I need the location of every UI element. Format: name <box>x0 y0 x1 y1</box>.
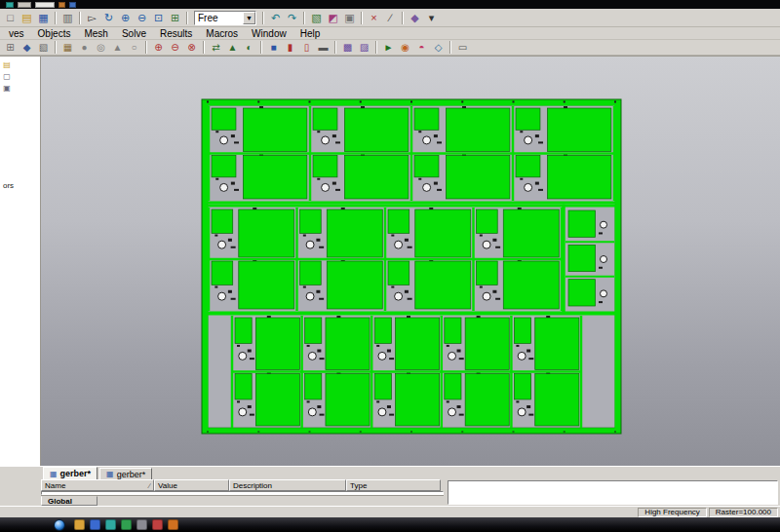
menu-item-solve[interactable]: Solve <box>115 27 153 40</box>
macro-icon[interactable]: ◆ <box>407 11 423 25</box>
document-tabs: ▦gerber*▦gerber* <box>0 466 780 479</box>
menu-item-ves[interactable]: ves <box>2 27 31 40</box>
color-palette-icon[interactable]: ◩ <box>325 11 341 25</box>
start-button[interactable] <box>54 519 65 531</box>
column-label: Description <box>233 481 272 490</box>
status-bar: High Frequency Raster=100.000 <box>0 506 780 517</box>
taskbar-app-blue-icon[interactable] <box>90 519 100 530</box>
workplane-icon[interactable]: ⊞ <box>2 41 19 55</box>
print-icon[interactable]: ▥ <box>59 11 76 25</box>
toolbar-separator <box>55 12 57 24</box>
menu-item-mesh[interactable]: Mesh <box>77 27 114 40</box>
boolean-subtract-icon[interactable]: ⊖ <box>167 41 183 55</box>
tree-item-label-fragment[interactable]: ors <box>1 181 39 190</box>
probe-icon[interactable]: ◇ <box>430 41 447 55</box>
menu-item-objects[interactable]: Objects <box>31 27 78 40</box>
toolbar-separator <box>449 41 451 54</box>
column-header-type[interactable]: Type <box>346 479 441 491</box>
tray-icon-orange[interactable] <box>58 2 65 8</box>
parameter-list-panel: Name∕ValueDescriptionType Global <box>41 479 444 506</box>
transform-icon[interactable]: ⇄ <box>208 41 224 55</box>
torus-icon[interactable]: ○ <box>126 41 142 55</box>
lumped-element-icon[interactable]: ▬ <box>315 41 332 55</box>
sphere-icon[interactable]: ● <box>76 41 93 55</box>
taskbar-explorer-icon[interactable] <box>74 519 85 530</box>
plot-properties-icon[interactable]: ▧ <box>308 11 325 25</box>
menu-item-macros[interactable]: Macros <box>199 27 245 40</box>
taskbar-icons <box>74 519 178 530</box>
discrete-port-icon[interactable]: ▯ <box>298 41 315 55</box>
toolbar-separator <box>186 12 188 24</box>
delete-icon[interactable]: × <box>366 11 382 25</box>
taskbar-app-orange-icon[interactable] <box>168 519 178 530</box>
blend-icon[interactable]: ◐ <box>241 41 257 55</box>
save-icon[interactable]: ▦ <box>35 11 52 25</box>
toolbar-separator <box>260 41 262 54</box>
document-tab-1[interactable]: ▦gerber* <box>43 467 98 479</box>
boolean-add-icon[interactable]: ⊕ <box>150 41 167 55</box>
brick-icon[interactable]: ▦ <box>59 41 76 55</box>
mesh-properties-icon[interactable]: ▨ <box>356 41 372 55</box>
status-raster: Raster=100.000 <box>709 508 778 517</box>
wireframe-icon[interactable]: ▧ <box>35 41 52 55</box>
menu-item-help[interactable]: Help <box>293 27 328 40</box>
mesh-view-icon[interactable]: ▩ <box>339 41 356 55</box>
rotate-view-icon[interactable]: ↻ <box>100 11 117 25</box>
tab-global[interactable]: Global <box>41 496 98 506</box>
cylinder-icon[interactable]: ◎ <box>93 41 109 55</box>
field-monitor-icon[interactable]: ◉ <box>397 41 413 55</box>
material-icon[interactable]: ■ <box>265 41 282 55</box>
clipboard-icon[interactable]: ▣ <box>341 11 358 25</box>
dropdown-arrow-icon[interactable]: ▾ <box>423 11 440 25</box>
tree-folder-icon[interactable]: ▤ <box>1 59 13 70</box>
column-label: Name <box>45 481 65 490</box>
edit-icon[interactable]: ∕ <box>382 11 399 25</box>
pick-point-icon[interactable]: ◆ <box>19 41 35 55</box>
viewport-3d[interactable] <box>41 57 780 466</box>
taskbar-app-green-icon[interactable] <box>121 519 132 530</box>
open-file-icon[interactable]: ▤ <box>19 11 35 25</box>
pan-view-icon[interactable]: ⊞ <box>167 11 183 25</box>
new-file-icon[interactable]: □ <box>2 11 19 25</box>
zoom-fit-icon[interactable]: ⊡ <box>150 11 167 25</box>
toolbar-separator <box>303 12 305 24</box>
boolean-intersect-icon[interactable]: ⊗ <box>183 41 200 55</box>
farfield-icon[interactable]: ◓ <box>413 41 430 55</box>
column-header-value[interactable]: Value <box>154 479 229 491</box>
zoom-out-icon[interactable]: ⊖ <box>134 11 150 25</box>
cone-icon[interactable]: ▲ <box>109 41 126 55</box>
menu-item-window[interactable]: Window <box>245 27 293 40</box>
pick-cursor-icon[interactable]: ▻ <box>84 11 100 25</box>
taskbar-app-gray-icon[interactable] <box>136 519 147 530</box>
waveguide-port-icon[interactable]: ▮ <box>282 41 298 55</box>
undo-icon[interactable]: ↶ <box>267 11 284 25</box>
column-header-name[interactable]: Name∕ <box>41 479 154 491</box>
taskbar-app-red-icon[interactable] <box>152 519 163 530</box>
start-solver-icon[interactable]: ► <box>380 41 397 55</box>
window-thumbnail[interactable] <box>35 2 55 8</box>
tray-icon-blue[interactable] <box>69 2 76 8</box>
menu-item-results[interactable]: Results <box>153 27 199 40</box>
taskbar-app-teal-icon[interactable] <box>105 519 116 530</box>
zoom-in-icon[interactable]: ⊕ <box>117 11 134 25</box>
redo-icon[interactable]: ↷ <box>284 11 300 25</box>
tree-page-icon[interactable]: ▢ <box>1 71 13 82</box>
toolbar-separator <box>262 12 264 24</box>
toolbar-separator <box>203 41 205 54</box>
document-tab-2[interactable]: ▦gerber* <box>99 468 152 479</box>
template-icon[interactable]: ▭ <box>454 41 471 55</box>
top-taskbar <box>0 0 780 9</box>
document-tab-label: gerber* <box>117 470 146 479</box>
parameter-scope-tabs: Global <box>41 495 444 506</box>
message-pane[interactable] <box>448 480 778 505</box>
extrude-icon[interactable]: ▲ <box>224 41 241 55</box>
column-header-description[interactable]: Description <box>229 479 346 491</box>
mouse-mode-select[interactable]: Free ▼ <box>194 11 256 25</box>
application-window: □▤▦▥▻↻⊕⊖⊡⊞ Free ▼ ↶↷▧◩▣×∕◆▾ vesObjectsMe… <box>0 0 780 532</box>
toolbar-separator <box>79 12 81 24</box>
chevron-down-icon[interactable]: ▼ <box>243 12 255 24</box>
tray-app-icon[interactable] <box>6 2 14 8</box>
taskbar-window-button[interactable] <box>18 2 31 8</box>
document-tab-label: gerber* <box>60 469 92 478</box>
tree-component-icon[interactable]: ▣ <box>1 83 13 94</box>
